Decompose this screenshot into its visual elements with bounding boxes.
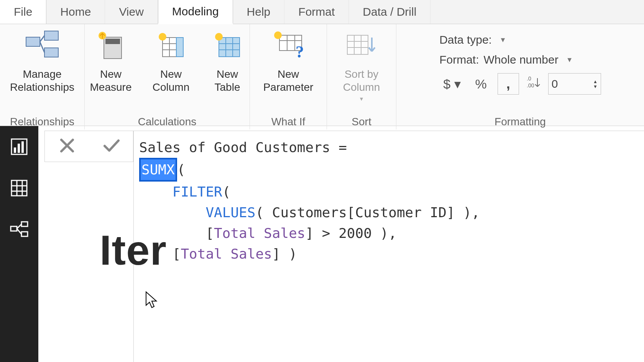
- svg-text:?: ?: [296, 43, 304, 61]
- format-label: Format:: [439, 53, 479, 66]
- decimal-places-value: 0: [552, 77, 558, 90]
- table-icon: [208, 28, 246, 63]
- tab-modeling[interactable]: Modeling: [158, 0, 233, 24]
- svg-rect-2: [44, 48, 58, 57]
- svg-rect-37: [12, 180, 27, 196]
- parameter-icon: ?: [269, 28, 307, 63]
- tab-format[interactable]: Format: [284, 0, 349, 24]
- cancel-formula-button[interactable]: [58, 136, 77, 157]
- tab-data-drill[interactable]: Data / Drill: [349, 0, 430, 24]
- svg-point-24: [274, 31, 282, 39]
- svg-rect-26: [347, 35, 368, 54]
- column-icon: [152, 28, 190, 63]
- manage-relationships-label: Manage Relationships: [10, 68, 74, 93]
- measure-ref: Total Sales: [214, 225, 305, 241]
- report-view-icon[interactable]: [10, 138, 28, 156]
- percent-button[interactable]: %: [472, 74, 491, 94]
- values-function: VALUES: [205, 205, 255, 220]
- data-type-label: Data type:: [439, 33, 492, 46]
- sort-icon: [342, 28, 381, 63]
- currency-button[interactable]: $ ▾: [439, 74, 464, 94]
- data-view-icon[interactable]: [10, 179, 28, 197]
- sort-by-column-button[interactable]: Sort by Column ▼: [327, 28, 396, 102]
- data-type-dropdown[interactable]: Data type: ▼: [439, 33, 601, 46]
- manage-relationships-button[interactable]: Manage Relationships: [0, 28, 85, 93]
- group-whatif: ? New Parameter What If: [250, 24, 327, 129]
- measure-ref: Total Sales: [181, 246, 272, 262]
- svg-rect-43: [21, 222, 28, 226]
- new-column-label: New Column: [153, 68, 189, 93]
- new-table-button[interactable]: New Table: [200, 28, 255, 93]
- tab-file[interactable]: File: [0, 0, 46, 24]
- dropdown-caret-icon: ▼: [359, 96, 364, 102]
- selected-function-sumx: SUMX: [139, 158, 177, 182]
- svg-text:.0: .0: [527, 75, 531, 82]
- svg-rect-6: [105, 39, 120, 44]
- group-relationships: Manage Relationships Relationships: [0, 24, 85, 129]
- decimal-icon: .0.00: [526, 75, 541, 93]
- svg-rect-42: [11, 226, 17, 231]
- format-dropdown[interactable]: Format: Whole number ▼: [439, 53, 601, 66]
- new-parameter-label: New Parameter: [263, 68, 314, 93]
- caret-down-icon: ▾: [454, 77, 461, 91]
- group-formatting: Data type: ▼ Format: Whole number ▼ $ ▾ …: [396, 24, 644, 129]
- workspace: Sales of Good Customers = SUMX( FILTER( …: [0, 126, 644, 362]
- format-value: Whole number: [484, 53, 559, 66]
- spinner-buttons[interactable]: ▲▼: [593, 80, 598, 88]
- svg-rect-34: [14, 147, 16, 153]
- svg-line-4: [40, 42, 44, 52]
- canvas-background-text: Iter: [100, 226, 167, 274]
- group-calculations: New Measure New Column New Table Calcula…: [85, 24, 250, 129]
- svg-rect-12: [176, 38, 183, 57]
- measure-name: Sales of Good Customers =: [139, 139, 347, 155]
- new-column-button[interactable]: New Column: [142, 28, 200, 93]
- formula-commit-buttons: [44, 131, 133, 162]
- measure-icon: [92, 28, 130, 63]
- caret-down-icon: ▼: [499, 36, 506, 44]
- svg-rect-44: [21, 232, 28, 236]
- tab-home[interactable]: Home: [46, 0, 105, 24]
- svg-line-46: [17, 229, 21, 234]
- svg-rect-1: [44, 31, 58, 40]
- ribbon-tabs: File Home View Modeling Help Format Data…: [0, 0, 644, 24]
- filter-function: FILTER: [172, 184, 222, 200]
- formula-area: Sales of Good Customers = SUMX( FILTER( …: [38, 126, 644, 362]
- view-switcher: [0, 126, 38, 362]
- thousands-separator-button[interactable]: ,: [498, 73, 519, 95]
- group-sort: Sort by Column ▼ Sort: [327, 24, 396, 129]
- svg-rect-35: [18, 144, 20, 153]
- decimal-places-input[interactable]: 0 ▲▼: [548, 73, 601, 95]
- svg-point-13: [159, 33, 166, 41]
- sort-by-column-label: Sort by Column: [343, 68, 380, 93]
- ribbon: Manage Relationships Relationships New M…: [0, 24, 644, 126]
- tab-help[interactable]: Help: [233, 0, 285, 24]
- tab-view[interactable]: View: [105, 0, 158, 24]
- caret-down-icon: ▼: [566, 56, 573, 64]
- svg-text:.00: .00: [527, 82, 534, 88]
- formula-editor[interactable]: Sales of Good Customers = SUMX( FILTER( …: [133, 131, 644, 362]
- svg-line-3: [40, 36, 44, 42]
- svg-line-45: [17, 224, 21, 229]
- new-parameter-button[interactable]: ? New Parameter: [250, 28, 327, 93]
- svg-rect-14: [219, 38, 240, 57]
- svg-rect-36: [21, 141, 24, 153]
- model-view-icon[interactable]: [10, 220, 28, 239]
- new-table-label: New Table: [215, 68, 240, 93]
- svg-rect-0: [26, 37, 40, 46]
- new-measure-button[interactable]: New Measure: [80, 28, 142, 93]
- new-measure-label: New Measure: [90, 68, 132, 93]
- svg-point-19: [215, 33, 223, 41]
- commit-formula-button[interactable]: [102, 136, 121, 157]
- relationships-icon: [23, 28, 61, 63]
